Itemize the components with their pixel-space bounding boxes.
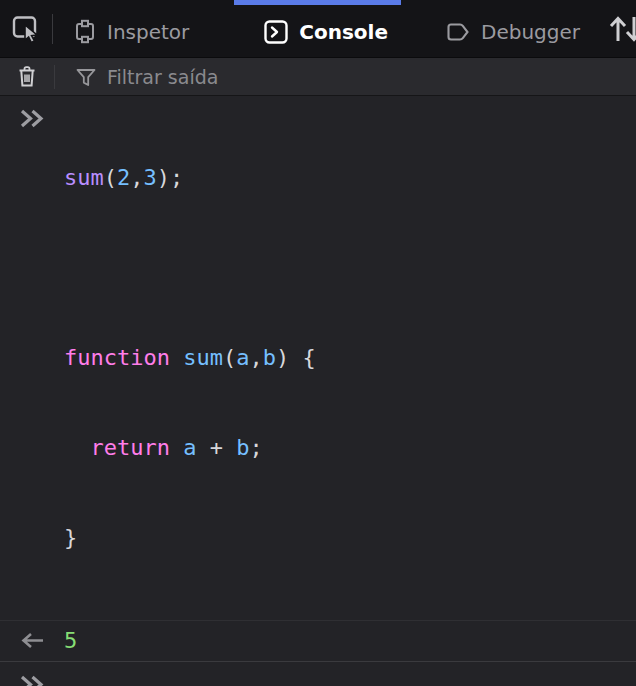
- tab-inspector-label: Inspetor: [107, 20, 189, 44]
- element-picker-button[interactable]: [0, 0, 52, 57]
- result-arrow-icon: [0, 626, 64, 656]
- console-result-message: 5: [0, 620, 636, 661]
- console-command-message[interactable]: const sumE2 = function(a,b){ return a + …: [0, 662, 636, 686]
- debugger-tag-icon: [446, 20, 471, 44]
- devtools-tab-bar: Inspetor Console Debugger: [0, 0, 636, 58]
- console-entry: sum(2,3); function sum(a,b) { return a +…: [0, 96, 636, 661]
- command-code: sum(2,3); function sum(a,b) { return a +…: [64, 103, 316, 613]
- history-prompt-icon: [0, 103, 64, 613]
- filter-placeholder: Filtrar saída: [107, 66, 218, 88]
- tab-console-label: Console: [299, 20, 388, 44]
- up-down-arrows-icon: [607, 14, 636, 44]
- console-output: sum(2,3); function sum(a,b) { return a +…: [0, 96, 636, 686]
- network-tab-button[interactable]: [596, 0, 636, 57]
- clear-console-button[interactable]: [0, 58, 54, 95]
- node-select-icon: [73, 19, 97, 44]
- result-value: 5: [64, 626, 77, 656]
- tab-console[interactable]: Console: [247, 0, 404, 60]
- tab-debugger[interactable]: Debugger: [430, 0, 596, 60]
- console-filter-bar: Filtrar saída: [0, 58, 636, 96]
- console-entry: const sumE2 = function(a,b){ return a + …: [0, 661, 636, 686]
- trash-icon: [15, 64, 39, 89]
- tab-inspector[interactable]: Inspetor: [57, 0, 205, 60]
- console-prompt-icon: [263, 19, 289, 45]
- filter-output-input[interactable]: Filtrar saída: [55, 58, 636, 95]
- history-prompt-icon: [0, 669, 64, 686]
- element-picker-icon: [11, 14, 41, 43]
- toolbar-separator: [52, 14, 53, 44]
- tab-debugger-label: Debugger: [481, 20, 580, 44]
- command-code: const sumE2 = function(a,b){ return a + …: [64, 669, 435, 686]
- console-command-message[interactable]: sum(2,3); function sum(a,b) { return a +…: [0, 96, 636, 620]
- funnel-icon: [75, 66, 97, 88]
- active-tab-indicator: [234, 0, 401, 5]
